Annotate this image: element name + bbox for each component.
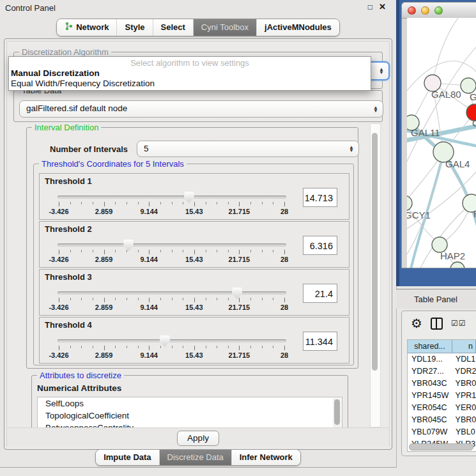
cell-name[interactable]: YBL0: [452, 426, 475, 438]
list-scrollbar[interactable]: [333, 398, 341, 427]
table-row[interactable]: YPR145WYPR1: [408, 390, 476, 402]
network-canvas[interactable]: GAL80GAGGAL11GAL4GCY1HHAP2: [407, 18, 476, 268]
network-node-bottom-node[interactable]: [450, 262, 464, 268]
close-window-icon[interactable]: ✕: [379, 2, 386, 12]
tab-jactivemnodules[interactable]: jActiveMNodules: [256, 19, 339, 36]
slider-track[interactable]: [58, 243, 286, 247]
slider-tick: [160, 202, 161, 204]
dropdown-option-equal-width-frequency[interactable]: Equal Width/Frequency Discretization: [9, 79, 371, 89]
table-row[interactable]: YIL052CYIL0: [408, 450, 476, 452]
slider-tick: [93, 250, 93, 252]
cell-shared-name[interactable]: YPR145W: [408, 390, 452, 402]
thresholds-coordinates-label: Threshold's Coordinates for 5 Intervals: [39, 159, 187, 169]
apply-button[interactable]: Apply: [177, 431, 219, 446]
cell-shared-name[interactable]: YBR043C: [408, 378, 452, 390]
cell-shared-name[interactable]: YIL052C: [408, 450, 452, 452]
tab-discretize-data[interactable]: Discretize Data: [159, 450, 231, 465]
slider-tick: [217, 346, 217, 348]
minimize-traffic-light-icon[interactable]: [421, 6, 429, 15]
cell-name[interactable]: YIL0: [452, 450, 472, 452]
slider-scale: -3.4262.8599.14415.4321.71528: [59, 256, 284, 264]
table-row[interactable]: YBL079WYBL0: [408, 426, 476, 438]
cell-shared-name[interactable]: YBR045C: [408, 414, 452, 426]
table-panel-title: Table Panel: [414, 295, 457, 304]
number-of-intervals-combo[interactable]: 5 ▲▼: [137, 141, 359, 157]
slider-tick: [93, 202, 93, 204]
table-row[interactable]: YER054CYER0: [408, 402, 476, 414]
attribute-list-item[interactable]: TopologicalCoefficient: [38, 410, 342, 422]
slider-tick: [127, 298, 127, 300]
cell-name[interactable]: YER0: [452, 402, 476, 414]
tab-infer-network[interactable]: Infer Network: [231, 450, 300, 465]
cell-shared-name[interactable]: YDL19...: [408, 353, 452, 365]
attribute-list-item[interactable]: BetweennessCentrality: [38, 422, 342, 427]
table-row[interactable]: YDR27...YDR2: [408, 365, 476, 378]
column-header-name[interactable]: n: [452, 340, 476, 353]
cell-name[interactable]: YDR2: [452, 365, 476, 378]
threshold-value-field[interactable]: 11.344: [303, 332, 337, 351]
slider-tick: [127, 346, 127, 348]
cell-shared-name[interactable]: YDR27...: [408, 365, 452, 378]
slider-tick: [172, 250, 173, 252]
threshold-value-field[interactable]: 6.316: [303, 236, 337, 255]
cyni-toolbox-panel: Discretization Algorithm ▲▼ Select algor…: [4, 38, 392, 450]
cell-shared-name[interactable]: YER054C: [408, 402, 452, 414]
slider-tick: [206, 346, 206, 348]
slider-tick: [206, 250, 206, 252]
zoom-traffic-light-icon[interactable]: [434, 6, 443, 15]
slider-tick: [104, 346, 105, 350]
table-row[interactable]: YDL19...YDL1: [408, 353, 476, 365]
threshold-slider[interactable]: -3.4262.8599.14415.4321.71528: [59, 238, 285, 266]
slider-scale-label: 21.715: [229, 256, 250, 263]
slider-tick: [70, 346, 71, 348]
network-node-label: G: [472, 118, 476, 128]
tab-impute-data[interactable]: Impute Data: [96, 450, 158, 465]
slider-track[interactable]: [58, 291, 286, 295]
threshold-slider[interactable]: -3.4262.8599.14415.4321.71528: [59, 190, 285, 219]
slider-tick: [138, 298, 139, 300]
settings-gear-icon[interactable]: ⚙: [411, 317, 422, 330]
slider-track[interactable]: [58, 196, 286, 199]
cell-name[interactable]: YBR0: [452, 414, 476, 426]
tab-style[interactable]: Style: [116, 19, 152, 36]
table-data-combo[interactable]: galFiltered.sif default node ▲▼: [19, 100, 383, 118]
tab-cyni-toolbox[interactable]: Cyni Toolbox: [193, 19, 256, 36]
network-node-gcy1[interactable]: [407, 196, 412, 211]
settings-scrollbar-thumb[interactable]: [372, 133, 378, 371]
discretization-algorithm-label: Discretization Algorithm: [19, 47, 111, 57]
slider-tick: [81, 346, 82, 348]
split-columns-icon[interactable]: [431, 318, 443, 330]
column-header-shared-name[interactable]: shared...: [408, 340, 452, 353]
slider-tick: [104, 298, 105, 302]
threshold-slider[interactable]: -3.4262.8599.14415.4321.71528: [59, 286, 285, 314]
attribute-list-item[interactable]: SelfLoops: [38, 397, 342, 410]
slider-track[interactable]: [58, 339, 286, 342]
dropdown-option-manual-discretization[interactable]: Manual Discretization: [9, 68, 371, 79]
cell-name[interactable]: YBR0: [452, 378, 476, 390]
cell-name[interactable]: YPR1: [452, 390, 476, 402]
cell-shared-name[interactable]: YBL079W: [408, 426, 452, 438]
float-window-icon[interactable]: □: [368, 3, 372, 12]
close-traffic-light-icon[interactable]: [408, 6, 416, 15]
tab-select[interactable]: Select: [153, 19, 193, 36]
slider-tick: [273, 346, 273, 348]
network-node-label: GA: [470, 91, 476, 102]
slider-tick: [239, 250, 240, 254]
table-row[interactable]: YBR043CYBR0: [408, 378, 476, 390]
table-row[interactable]: YBR045CYBR0: [408, 414, 476, 426]
slider-tick: [81, 202, 82, 204]
slider-tick: [262, 298, 263, 300]
settings-vertical-scrollbar[interactable]: [370, 123, 381, 427]
network-node-label: GCY1: [407, 210, 431, 220]
list-scrollbar-thumb[interactable]: [334, 399, 340, 425]
tab-network[interactable]: Network: [57, 19, 116, 36]
slider-tick: [115, 202, 116, 204]
threshold-slider[interactable]: -3.4262.8599.14415.4321.71528: [59, 334, 285, 362]
threshold-value-field[interactable]: 14.713: [303, 188, 337, 207]
select-columns-icon[interactable]: ☑☑: [451, 319, 466, 328]
number-of-intervals-label: Number of Intervals: [50, 144, 128, 154]
threshold-value-field[interactable]: 21.4: [303, 284, 337, 303]
cell-name[interactable]: YDL1: [452, 353, 475, 365]
slider-tick: [160, 298, 161, 300]
table-horizontal-scrollbar[interactable]: [409, 443, 473, 450]
